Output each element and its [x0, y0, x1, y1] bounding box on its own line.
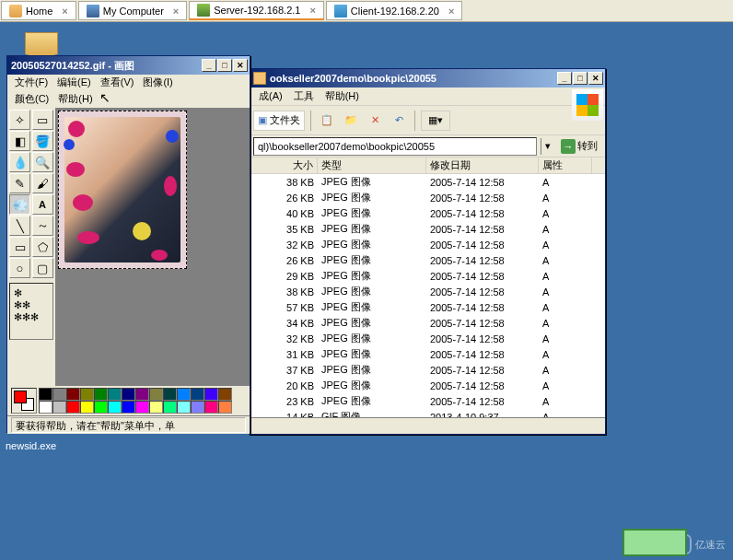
table-row[interactable]: 38 KBJPEG 图像2005-7-14 12:58A [250, 284, 605, 299]
col-attr[interactable]: 属性 [539, 158, 592, 173]
maximize-button[interactable]: □ [217, 59, 232, 72]
curve-tool[interactable]: ～ [32, 216, 53, 236]
line-tool[interactable]: ╲ [9, 216, 30, 236]
table-row[interactable]: 26 KBJPEG 图像2005-7-14 12:58A [250, 190, 605, 205]
color-swatch[interactable] [66, 401, 80, 414]
table-row[interactable]: 34 KBJPEG 图像2005-7-14 12:58A [250, 315, 605, 331]
polygon-tool[interactable]: ⬠ [32, 237, 53, 257]
views-icon[interactable]: ▦▾ [421, 111, 450, 131]
delete-icon[interactable]: ✕ [365, 111, 385, 131]
table-row[interactable]: 14 KBGIF 图像2013-4-10 9:37A [250, 409, 605, 417]
color-swatch[interactable] [191, 401, 204, 414]
menu-item[interactable]: 成(A) [253, 88, 288, 105]
col-date[interactable]: 修改日期 [426, 158, 539, 173]
color-swatch[interactable] [52, 401, 66, 414]
menu-item[interactable]: 编辑(E) [53, 75, 95, 91]
maximize-button[interactable]: □ [573, 72, 588, 85]
close-button[interactable]: ✕ [233, 59, 248, 72]
desktop-file-label[interactable]: newsid.exe [6, 440, 56, 451]
explorer-titlebar[interactable]: ookseller2007demo\bookpic\20055 _ □ ✕ [250, 69, 605, 88]
tab-close-icon[interactable]: × [173, 6, 179, 17]
picker-tool[interactable]: 💧 [9, 152, 30, 172]
color-swatch[interactable] [218, 401, 232, 414]
menu-item[interactable]: 帮助(H) [54, 91, 96, 108]
text-tool[interactable]: A [32, 194, 53, 215]
color-swatch[interactable] [39, 401, 52, 414]
color-swatch[interactable] [66, 388, 80, 401]
canvas[interactable] [58, 111, 187, 269]
brush-tool[interactable]: 🖌 [32, 173, 53, 193]
color-swatch[interactable] [177, 401, 191, 414]
table-row[interactable]: 32 KBJPEG 图像2005-7-14 12:58A [250, 237, 605, 252]
minimize-button[interactable]: _ [202, 59, 216, 72]
tab-close-icon[interactable]: × [62, 6, 67, 17]
color-swatch[interactable] [177, 388, 191, 401]
color-swatch[interactable] [122, 401, 135, 414]
color-swatch[interactable] [218, 388, 232, 401]
rounded-rect-tool[interactable]: ▢ [32, 258, 53, 278]
menu-item[interactable]: 查看(V) [97, 75, 138, 91]
rect-tool[interactable]: ▭ [9, 237, 30, 257]
address-dropdown[interactable]: ▾ [541, 138, 553, 155]
tab-server-192-168-2-1[interactable]: Server-192.168.2.1× [189, 1, 324, 20]
table-row[interactable]: 57 KBJPEG 图像2005-7-14 12:58A [250, 299, 605, 315]
col-type[interactable]: 类型 [318, 158, 426, 173]
color-swatch[interactable] [94, 401, 108, 414]
fg-bg-colors[interactable] [11, 388, 37, 414]
table-row[interactable]: 32 KBJPEG 图像2005-7-14 12:58A [250, 331, 605, 346]
menu-item[interactable]: 文件(F) [11, 75, 52, 91]
tab-close-icon[interactable]: × [448, 6, 454, 17]
address-input[interactable]: ql)\bookseller2007demo\bookpic\20055 [253, 137, 537, 156]
close-button[interactable]: ✕ [588, 72, 603, 85]
color-swatch[interactable] [163, 401, 177, 414]
menu-item[interactable]: 帮助(H) [320, 88, 365, 105]
file-list[interactable]: 大小 类型 修改日期 属性 38 KBJPEG 图像2005-7-14 12:5… [250, 158, 605, 417]
tab-client-192-168-2-20[interactable]: Client-192.168.2.20× [326, 1, 462, 20]
table-row[interactable]: 26 KBJPEG 图像2005-7-14 12:58A [250, 252, 605, 268]
pencil-tool[interactable]: ✎ [9, 173, 30, 193]
ellipse-tool[interactable]: ○ [9, 258, 30, 278]
color-swatch[interactable] [108, 401, 122, 414]
color-swatch[interactable] [204, 401, 218, 414]
paint-titlebar[interactable]: 20050527014252.gif - 画图 _ □ ✕ [7, 56, 250, 75]
table-row[interactable]: 40 KBJPEG 图像2005-7-14 12:58A [250, 205, 605, 221]
color-swatch[interactable] [122, 388, 135, 401]
canvas-area[interactable] [55, 108, 250, 386]
table-row[interactable]: 31 KBJPEG 图像2005-7-14 12:58A [250, 346, 605, 362]
color-swatch[interactable] [204, 388, 218, 401]
menu-item[interactable]: 工具 [288, 88, 320, 105]
color-swatch[interactable] [108, 388, 122, 401]
color-swatch[interactable] [135, 388, 149, 401]
color-swatch[interactable] [94, 388, 108, 401]
col-size[interactable]: 大小 [250, 158, 318, 173]
table-row[interactable]: 20 KBJPEG 图像2005-7-14 12:58A [250, 378, 605, 393]
copy-to-icon[interactable]: 📋 [317, 111, 337, 131]
table-row[interactable]: 23 KBJPEG 图像2005-7-14 12:58A [250, 393, 605, 409]
color-swatch[interactable] [163, 388, 177, 401]
table-row[interactable]: 38 KBJPEG 图像2005-7-14 12:58A [250, 174, 605, 190]
zoom-tool[interactable]: 🔍 [32, 152, 53, 172]
airbrush-tool[interactable]: 💨 [9, 194, 30, 215]
tab-home[interactable]: Home× [1, 1, 76, 20]
table-row[interactable]: 29 KBJPEG 图像2005-7-14 12:58A [250, 268, 605, 284]
table-row[interactable]: 37 KBJPEG 图像2005-7-14 12:58A [250, 362, 605, 378]
free-select-tool[interactable]: ✧ [9, 110, 30, 130]
color-swatch[interactable] [39, 388, 52, 401]
color-swatch[interactable] [149, 401, 163, 414]
eraser-tool[interactable]: ◧ [9, 131, 30, 151]
go-button[interactable]: → 转到 [557, 137, 601, 156]
rect-select-tool[interactable]: ▭ [32, 110, 53, 130]
tab-close-icon[interactable]: × [309, 5, 315, 16]
fill-tool[interactable]: 🪣 [32, 131, 53, 151]
color-swatch[interactable] [80, 401, 94, 414]
menu-item[interactable]: 颜色(C) [11, 91, 52, 108]
color-swatch[interactable] [135, 401, 149, 414]
tool-options[interactable]: ✻✻✻✻✻✻ [9, 283, 53, 340]
move-to-icon[interactable]: 📁 [341, 111, 361, 131]
folders-button[interactable]: ▣ 文件夹 [253, 111, 305, 131]
table-row[interactable]: 35 KBJPEG 图像2005-7-14 12:58A [250, 221, 605, 237]
minimize-button[interactable]: _ [557, 72, 572, 85]
color-swatch[interactable] [149, 388, 163, 401]
undo-icon[interactable]: ↶ [389, 111, 409, 131]
color-swatch[interactable] [191, 388, 204, 401]
